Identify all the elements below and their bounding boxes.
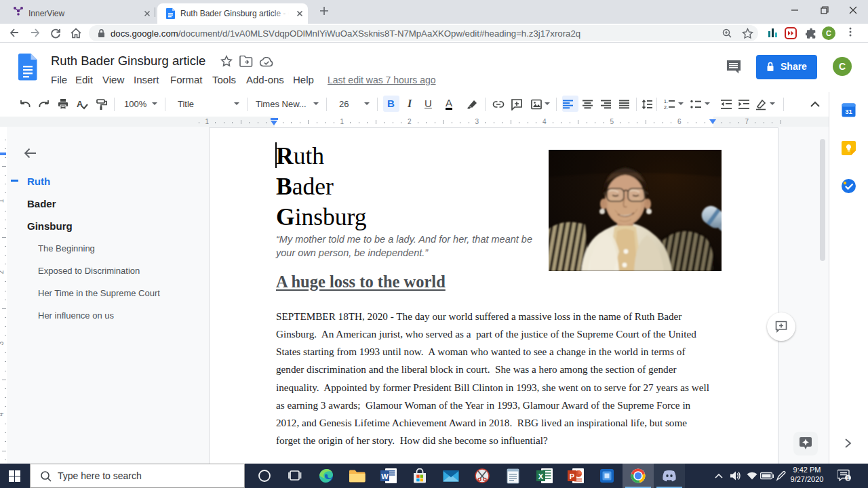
svg-text:W: W	[381, 472, 389, 481]
svg-text:1.: 1.	[664, 99, 668, 104]
svg-text:1: 1	[846, 475, 850, 481]
svg-text:X: X	[538, 472, 544, 481]
svg-text:P: P	[570, 472, 574, 481]
svg-text:31: 31	[845, 108, 852, 115]
svg-text:2.: 2.	[664, 105, 668, 110]
